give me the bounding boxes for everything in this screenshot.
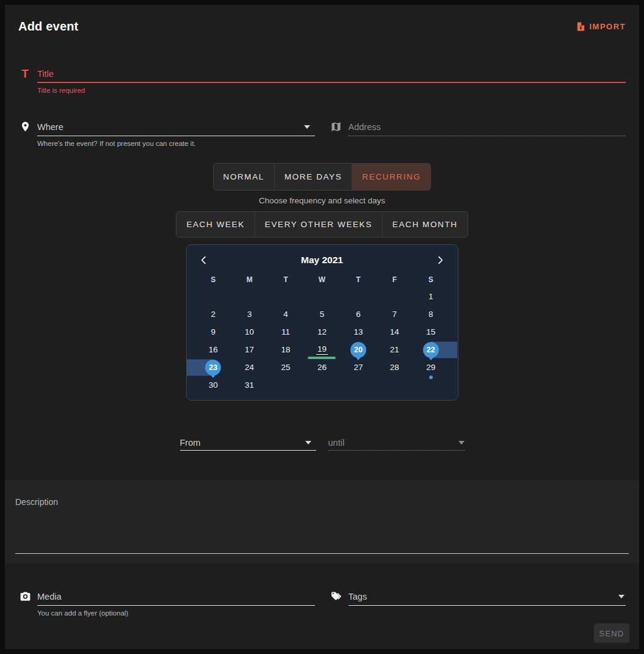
calendar-day[interactable]: 7 <box>377 305 413 323</box>
until-placeholder: until <box>328 438 458 448</box>
calendar-day[interactable]: 13 <box>340 323 376 341</box>
calendar-empty-cell <box>231 288 267 305</box>
media-tags-row: Media You can add a flyer (optional) Tag… <box>5 588 639 617</box>
media-input[interactable]: Media <box>37 588 315 606</box>
calendar-header: May 2021 <box>195 250 449 271</box>
calendar-day[interactable]: 31 <box>231 376 267 394</box>
until-field[interactable]: until <box>328 435 465 451</box>
calendar-day[interactable]: 1 <box>413 288 449 305</box>
import-button[interactable]: IMPORT <box>576 21 626 32</box>
calendar-day[interactable]: 28 <box>377 358 413 376</box>
calendar-day[interactable]: 5 <box>304 305 340 323</box>
calendar-next-button[interactable] <box>435 255 445 265</box>
calendar-day[interactable]: 24 <box>231 358 267 376</box>
calendar-day[interactable]: 30 <box>195 376 231 394</box>
calendar-day[interactable]: 12 <box>304 323 340 341</box>
where-placeholder: Where <box>37 122 304 132</box>
title-input[interactable]: Title <box>37 65 626 83</box>
calendar-month-label: May 2021 <box>301 255 343 266</box>
address-input[interactable]: Address <box>349 118 626 136</box>
frequency-options: EACH WEEK EVERY OTHER WEEKS EACH MONTH <box>5 211 639 238</box>
calendar-empty-cell <box>377 288 413 305</box>
location-pin-icon <box>18 118 32 147</box>
calendar-day-header: T <box>267 272 303 288</box>
from-field[interactable]: From <box>180 435 316 451</box>
calendar-day[interactable]: 6 <box>340 305 376 323</box>
title-field[interactable]: T Title Title is required <box>18 65 626 94</box>
map-icon <box>330 118 343 147</box>
calendar-day[interactable]: 27 <box>340 358 376 376</box>
tags-icon <box>330 588 343 617</box>
title-placeholder: Title <box>37 69 626 79</box>
media-placeholder: Media <box>37 592 315 601</box>
calendar-day[interactable]: 3 <box>231 305 267 323</box>
calendar-day[interactable]: 21 <box>377 341 413 358</box>
calendar-empty-cell <box>340 376 376 394</box>
calendar-day[interactable]: 19 <box>304 341 340 358</box>
frequency-hint: Choose frequency and select days <box>5 196 639 205</box>
calendar-grid: SMTWTFS123456789101112131415161718192021… <box>195 272 449 394</box>
calendar-day[interactable]: 23 <box>195 358 231 376</box>
tags-field[interactable]: Tags <box>330 588 626 617</box>
calendar-empty-cell <box>413 376 449 394</box>
title-text-icon: T <box>18 65 32 94</box>
title-error: Title is required <box>37 87 626 94</box>
import-label: IMPORT <box>589 22 626 31</box>
calendar-day[interactable]: 22 <box>413 341 449 358</box>
calendar-day-header: M <box>231 272 267 288</box>
calendar-day-header: S <box>195 272 231 288</box>
calendar-day[interactable]: 25 <box>267 358 303 376</box>
frequency-every-other-weeks[interactable]: EVERY OTHER WEEKS <box>255 212 382 237</box>
calendar-day[interactable]: 15 <box>413 323 449 341</box>
chevron-down-icon <box>458 441 465 445</box>
frequency-each-week[interactable]: EACH WEEK <box>176 212 254 237</box>
calendar-day[interactable]: 4 <box>267 305 303 323</box>
where-field[interactable]: Where Where's the event? If not present … <box>18 118 315 147</box>
tab-recurring[interactable]: RECURRING <box>352 164 430 190</box>
calendar-day-header: T <box>340 272 376 288</box>
calendar: May 2021 SMTWTFS123456789101112131415161… <box>186 244 458 401</box>
calendar-day[interactable]: 17 <box>231 341 267 358</box>
file-import-icon <box>576 21 586 32</box>
calendar-day[interactable]: 9 <box>195 323 231 341</box>
tab-more-days[interactable]: MORE DAYS <box>274 164 352 190</box>
calendar-empty-cell <box>267 288 303 305</box>
calendar-day-header: F <box>377 272 413 288</box>
until-select[interactable]: until <box>328 435 465 451</box>
from-placeholder: From <box>180 438 305 448</box>
calendar-day[interactable]: 11 <box>267 323 303 341</box>
tags-placeholder: Tags <box>349 592 619 601</box>
chevron-left-icon <box>199 255 209 265</box>
description-underline <box>15 553 629 554</box>
chevron-down-icon <box>618 595 624 598</box>
calendar-day[interactable]: 29 <box>413 358 449 376</box>
description-field[interactable]: Description <box>5 480 639 564</box>
calendar-day[interactable]: 8 <box>413 305 449 323</box>
calendar-empty-cell <box>340 288 376 305</box>
tags-select[interactable]: Tags <box>349 588 626 606</box>
calendar-day[interactable]: 16 <box>195 341 231 358</box>
dialog-header: Add event IMPORT <box>5 5 639 34</box>
calendar-day[interactable]: 14 <box>377 323 413 341</box>
add-event-dialog: Add event IMPORT T Title Title is requir… <box>5 5 639 649</box>
calendar-day[interactable]: 10 <box>231 323 267 341</box>
where-helper: Where's the event? If not present you ca… <box>37 140 315 147</box>
tab-normal[interactable]: NORMAL <box>214 164 274 190</box>
frequency-each-month[interactable]: EACH MONTH <box>382 212 468 237</box>
chevron-right-icon <box>435 255 445 265</box>
chevron-down-icon <box>305 441 311 445</box>
calendar-day[interactable]: 26 <box>304 358 340 376</box>
send-button[interactable]: SEND <box>594 623 629 643</box>
media-field[interactable]: Media You can add a flyer (optional) <box>18 588 315 617</box>
calendar-day-header: S <box>413 272 449 288</box>
calendar-empty-cell <box>304 376 340 394</box>
where-select[interactable]: Where <box>37 118 315 136</box>
calendar-day[interactable]: 2 <box>195 305 231 323</box>
from-select[interactable]: From <box>180 435 316 451</box>
title-row: T Title Title is required <box>5 65 639 94</box>
address-field[interactable]: Address <box>330 118 626 147</box>
calendar-day[interactable]: 18 <box>267 341 303 358</box>
calendar-day[interactable]: 20 <box>340 341 376 358</box>
address-placeholder: Address <box>349 122 626 132</box>
calendar-prev-button[interactable] <box>199 255 209 265</box>
